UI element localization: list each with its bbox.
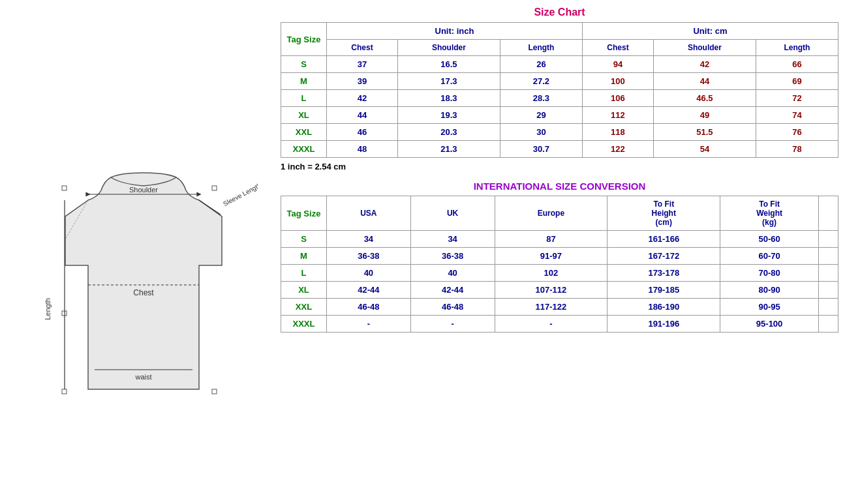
table-row: XL 44 19.3 29 112 49 74 [281,107,838,124]
shoulder-inch: 18.3 [397,90,500,107]
weight-val: 95-100 [720,316,819,333]
svg-rect-3 [212,186,217,190]
uk-val: 42-44 [410,282,495,299]
shoulder-cm: 51.5 [653,124,756,141]
weight-val: 70-80 [720,265,819,282]
height-val: 186-190 [607,299,720,316]
height-val: 167-172 [607,248,720,265]
cm-length-header: Length [756,40,838,56]
svg-rect-4 [62,389,67,394]
svg-text:Length: Length [44,298,52,320]
chest-cm: 100 [582,73,653,90]
tag-size-cell: XL [281,107,327,124]
chest-cm: 112 [582,107,653,124]
unit-inch-header: Unit: inch [327,23,583,40]
size-chart-title: Size Chart [281,7,838,18]
shoulder-cm: 54 [653,141,756,158]
weight-val: 50-60 [720,231,819,248]
length-inch: 30 [500,124,582,141]
length-cm: 72 [756,90,838,107]
shoulder-inch: 19.3 [397,107,500,124]
tag-size-cell: L [281,90,327,107]
europe-val: 102 [495,265,607,282]
usa-val: 36-38 [327,248,411,265]
conv-empty-cell [819,282,838,299]
inch-shoulder-header: Shoulder [397,40,500,56]
shoulder-inch: 17.3 [397,73,500,90]
uk-val: 40 [410,265,495,282]
chest-inch: 39 [327,73,398,90]
usa-val: 40 [327,265,411,282]
height-val: 161-166 [607,231,720,248]
conv-weight-header: To FitWeight(kg) [720,196,819,231]
chest-inch: 44 [327,107,398,124]
svg-text:waist: waist [134,373,151,381]
table-row: XXL 46 20.3 30 118 51.5 76 [281,124,838,141]
europe-val: 91-97 [495,248,607,265]
europe-val: 87 [495,231,607,248]
length-cm: 76 [756,124,838,141]
length-inch: 26 [500,56,582,73]
height-val: 191-196 [607,316,720,333]
chest-inch: 48 [327,141,398,158]
conversion-title: INTERNATIONAL SIZE CONVERSION [281,175,838,196]
conv-empty-cell [819,265,838,282]
svg-text:Shoulder: Shoulder [129,186,158,194]
cm-shoulder-header: Shoulder [653,40,756,56]
tag-size-cell: XXXL [281,141,327,158]
weight-val: 80-90 [720,282,819,299]
tag-size-header: Tag Size [281,23,327,56]
height-val: 179-185 [607,282,720,299]
cm-chest-header: Chest [582,40,653,56]
size-chart-table: Tag Size Unit: inch Unit: cm Chest Shoul… [281,22,838,158]
shoulder-inch: 16.5 [397,56,500,73]
chest-inch: 42 [327,90,398,107]
shoulder-cm: 49 [653,107,756,124]
conversion-table: Tag Size USA UK Europe To FitHeight(cm) … [281,196,838,333]
shoulder-cm: 46.5 [653,90,756,107]
conv-usa-header: USA [327,196,411,231]
conv-tag-cell: L [281,265,327,282]
length-inch: 29 [500,107,582,124]
europe-val: 117-122 [495,299,607,316]
svg-rect-5 [212,389,217,394]
tag-size-cell: XXL [281,124,327,141]
conv-tag-cell: M [281,248,327,265]
chest-cm: 106 [582,90,653,107]
length-cm: 74 [756,107,838,124]
conv-tag-header: Tag Size [281,196,327,231]
shoulder-inch: 21.3 [397,141,500,158]
conv-empty-cell [819,316,838,333]
conv-tag-cell: XXL [281,299,327,316]
conv-tag-cell: XL [281,282,327,299]
conv-tag-cell: S [281,231,327,248]
table-row: XXL 46-48 46-48 117-122 186-190 90-95 [281,299,838,316]
europe-val: 107-112 [495,282,607,299]
shoulder-inch: 20.3 [397,124,500,141]
uk-val: 46-48 [410,299,495,316]
table-row: XXXL - - - 191-196 95-100 [281,316,838,333]
length-inch: 28.3 [500,90,582,107]
conv-tag-cell: XXXL [281,316,327,333]
svg-text:Chest: Chest [133,288,154,297]
table-row: XXXL 48 21.3 30.7 122 54 78 [281,141,838,158]
usa-val: 34 [327,231,411,248]
chest-cm: 118 [582,124,653,141]
chest-cm: 122 [582,141,653,158]
table-row: S 37 16.5 26 94 42 66 [281,56,838,73]
conv-empty-cell [819,299,838,316]
length-inch: 30.7 [500,141,582,158]
conv-empty-cell [819,231,838,248]
usa-val: 42-44 [327,282,411,299]
length-cm: 69 [756,73,838,90]
tag-size-cell: S [281,56,327,73]
svg-rect-0 [62,186,67,190]
inch-note: 1 inch = 2.54 cm [281,162,838,171]
shoulder-cm: 42 [653,56,756,73]
length-inch: 27.2 [500,73,582,90]
europe-val: - [495,316,607,333]
table-row: L 42 18.3 28.3 106 46.5 72 [281,90,838,107]
table-row: XL 42-44 42-44 107-112 179-185 80-90 [281,282,838,299]
tag-size-cell: M [281,73,327,90]
unit-cm-header: Unit: cm [582,23,838,40]
